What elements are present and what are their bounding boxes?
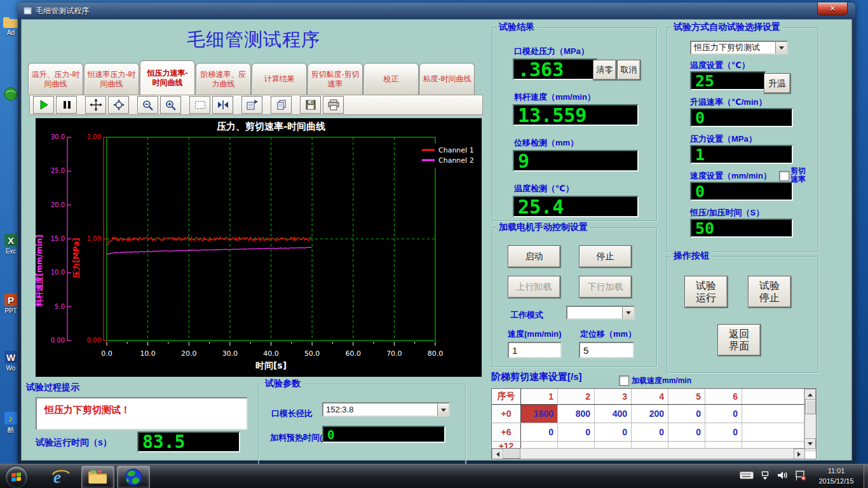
step-cell[interactable]: 0 (668, 405, 705, 423)
step-cell[interactable]: 200 (632, 405, 668, 423)
speed-set-display: 0 (690, 182, 793, 201)
work-mode-select[interactable] (566, 306, 635, 320)
heat-rate-display: 0 (690, 108, 793, 127)
cursor-button[interactable] (212, 96, 233, 114)
close-icon: ✕ (829, 4, 835, 13)
copy-button[interactable] (271, 96, 292, 114)
step-cell[interactable]: 0 (632, 423, 668, 441)
tab-7[interactable]: 校正 (363, 63, 419, 95)
taskbar-explorer-button[interactable] (81, 466, 114, 488)
tab-2[interactable]: 恒速率压力-时 间曲线 (84, 63, 139, 95)
step-cell[interactable]: 400 (595, 405, 632, 423)
print-button[interactable] (323, 96, 344, 114)
volume-icon[interactable] (776, 471, 788, 482)
motor-start-button[interactable]: 启动 (508, 245, 560, 268)
tab-8[interactable]: 粘度-时间曲线 (419, 63, 475, 95)
step-cell[interactable]: 1600 (521, 405, 558, 423)
svg-text:20.0: 20.0 (181, 349, 197, 358)
params-panel: 试验参数 口模长径比 152:3.8 加料预热时间(s) 0 (258, 384, 466, 470)
load-speed-checkbox[interactable] (619, 376, 629, 386)
svg-text:10.0: 10.0 (51, 269, 65, 276)
heat-up-button[interactable]: 升温 (764, 73, 790, 93)
box-zoom-icon (194, 99, 207, 111)
hold-time-label: 恒压/加压时间（S） (690, 207, 764, 219)
properties-button[interactable] (241, 96, 262, 114)
step-cell[interactable]: 800 (558, 405, 595, 423)
auto-test-panel-title: 试验方式自动试验选择设置 (671, 22, 783, 33)
pause-button[interactable] (56, 96, 77, 114)
step-cell[interactable] (742, 423, 804, 441)
chart[interactable]: 0.005.010.015.020.025.030.0料杆速度[mm/min]0… (36, 118, 482, 377)
jog-speed-input[interactable]: 1 (508, 342, 562, 358)
system-tray (740, 464, 807, 488)
taskbar-app-button[interactable] (117, 466, 150, 488)
tab-6[interactable]: 剪切黏度-剪切 速率 (308, 63, 363, 95)
test-mode-select[interactable]: 恒压力下剪切测试 (690, 41, 788, 55)
runtime-label: 试验运行时间（s） (36, 437, 112, 449)
chevron-down-icon[interactable] (437, 403, 449, 416)
motor-down-load-button[interactable]: 下行加载 (579, 276, 632, 298)
svg-text:50.0: 50.0 (304, 349, 320, 358)
close-button[interactable]: ✕ (817, 3, 848, 15)
tab-4[interactable]: 阶梯速率、应 力曲线 (196, 63, 251, 95)
test-run-button[interactable]: 试验 运行 (684, 276, 728, 308)
step-cell[interactable]: 0 (558, 423, 595, 441)
displacement-input[interactable]: 5 (579, 342, 634, 358)
tab-5[interactable]: 计算结果 (252, 63, 307, 95)
chevron-down-icon[interactable] (622, 307, 634, 318)
die-ratio-select[interactable]: 152:3.8 (322, 402, 450, 417)
svg-text:0.00: 0.00 (87, 337, 101, 344)
zero-button[interactable]: 清零 (593, 60, 616, 80)
zoom-window-button[interactable] (108, 96, 129, 114)
heat-rate-label: 升温速率（℃/min） (690, 97, 766, 108)
scroll-up-button[interactable] (804, 389, 816, 400)
cancel-button[interactable]: 取消 (617, 60, 641, 80)
word-icon: W (3, 349, 18, 365)
tab-3[interactable]: 恒压力速率- 时间曲线 (140, 60, 195, 95)
jog-speed-label: 速度(mm/min) (508, 329, 562, 340)
scroll-right-button[interactable] (794, 449, 805, 459)
music-icon: ♪ (3, 410, 18, 426)
taskbar-ie-button[interactable]: e (44, 466, 76, 487)
taskbar-clock[interactable]: 11:01 2015/12/15 (811, 466, 862, 487)
show-desktop-button[interactable] (864, 464, 868, 488)
scroll-down-button[interactable] (804, 438, 816, 449)
window-titlebar[interactable]: 毛细管测试程序 ✕ (18, 3, 855, 19)
run-button[interactable] (33, 96, 54, 114)
step-cell[interactable]: 0 (521, 423, 558, 441)
motor-stop-button[interactable]: 停止 (579, 245, 632, 268)
clock-time: 11:01 (811, 466, 862, 477)
vertical-scrollbar[interactable] (804, 389, 816, 449)
horizontal-scrollbar[interactable] (492, 448, 805, 459)
windows-logo-icon (11, 472, 22, 482)
pan-button[interactable] (85, 96, 106, 114)
shear-rate-checkbox[interactable] (779, 171, 789, 181)
zoom-in-button[interactable] (160, 96, 181, 114)
step-cell[interactable]: 0 (705, 405, 742, 423)
die-ratio-label: 口模长径比 (271, 408, 313, 419)
action-center-icon[interactable] (795, 470, 807, 484)
app-heading: 毛细管测试程序 (149, 27, 358, 53)
box-zoom-button[interactable] (189, 96, 210, 114)
displacement-label: 位移检测（mm） (514, 137, 578, 149)
excel-icon: X (3, 233, 18, 248)
tab-1[interactable]: 温升、压力-时 间曲线 (28, 63, 83, 95)
start-button[interactable] (5, 466, 28, 488)
zoom-out-button[interactable] (137, 96, 158, 114)
svg-text:5.0: 5.0 (55, 303, 65, 310)
auto-test-panel: 试验方式自动试验选择设置 恒压力下剪切测试 温度设置（℃）25升温升温速率（℃/… (667, 27, 818, 252)
temp-set-display: 25 (690, 71, 766, 90)
step-cell[interactable] (742, 405, 804, 423)
motor-up-unload-button[interactable]: 上行卸载 (508, 276, 560, 298)
return-button[interactable]: 返回 界面 (717, 324, 761, 356)
step-cell[interactable]: 0 (595, 423, 632, 441)
scroll-left-button[interactable] (492, 449, 503, 459)
step-cell[interactable]: 0 (668, 423, 705, 441)
show-hidden-icons-icon[interactable] (761, 471, 770, 483)
chevron-down-icon[interactable] (775, 42, 787, 53)
svg-text:W: W (6, 352, 16, 363)
step-cell[interactable]: 0 (705, 423, 742, 441)
save-button[interactable] (300, 96, 321, 114)
test-stop-button[interactable]: 试验 停止 (748, 276, 791, 308)
keyboard-icon[interactable] (740, 471, 754, 482)
